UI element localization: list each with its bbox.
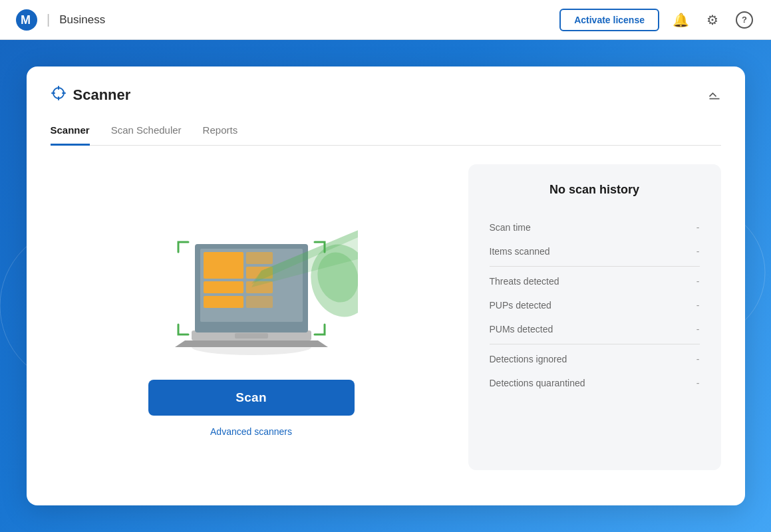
- svg-rect-27: [204, 252, 243, 279]
- stat-pums-detected: PUMs detected -: [490, 317, 700, 341]
- malwarebytes-logo-icon: M: [16, 9, 37, 31]
- laptop-scanning-svg: [145, 178, 358, 364]
- tab-reports[interactable]: Reports: [203, 119, 238, 146]
- page-title: Scanner: [73, 86, 131, 104]
- tab-scan-scheduler[interactable]: Scan Scheduler: [111, 119, 182, 146]
- stat-label-scan-time: Scan time: [490, 222, 531, 233]
- activate-license-button[interactable]: Activate license: [559, 9, 659, 31]
- notifications-button[interactable]: 🔔: [670, 9, 691, 31]
- tab-bar: Scanner Scan Scheduler Reports: [51, 118, 721, 146]
- stat-divider-1: [490, 266, 700, 267]
- stat-threats-detected: Threats detected -: [490, 269, 700, 293]
- collapse-button[interactable]: [708, 87, 721, 104]
- stat-value-detections-quarantined: -: [696, 378, 700, 388]
- stat-label-pums-detected: PUMs detected: [490, 324, 553, 334]
- stat-label-pups-detected: PUPs detected: [490, 300, 551, 311]
- svg-text:M: M: [21, 13, 31, 27]
- stat-scan-time: Scan time -: [490, 215, 700, 239]
- svg-marker-22: [175, 340, 328, 347]
- settings-button[interactable]: ⚙: [702, 9, 723, 31]
- scan-history-panel: No scan history Scan time - Items scanne…: [468, 164, 721, 470]
- svg-rect-31: [246, 296, 273, 308]
- stat-label-items-scanned: Items scanned: [490, 246, 550, 257]
- svg-rect-24: [235, 333, 268, 338]
- svg-rect-32: [246, 252, 273, 264]
- scan-history-title: No scan history: [490, 183, 700, 197]
- main-content-area: Scanner Scanner Scan Scheduler Reports: [0, 40, 771, 532]
- stat-label-threats-detected: Threats detected: [490, 276, 559, 287]
- header-separator: |: [47, 12, 50, 27]
- stat-detections-ignored: Detections ignored -: [490, 347, 700, 371]
- tab-scanner[interactable]: Scanner: [51, 119, 90, 146]
- svg-rect-28: [204, 281, 243, 293]
- product-name: Business: [59, 13, 105, 27]
- header-logo-area: M | Business: [16, 9, 105, 31]
- crosshair-icon: [51, 85, 67, 105]
- svg-rect-29: [204, 296, 243, 308]
- gear-icon: ⚙: [706, 12, 718, 28]
- bell-icon: 🔔: [673, 12, 689, 28]
- help-button[interactable]: ?: [734, 9, 755, 31]
- stat-items-scanned: Items scanned -: [490, 239, 700, 263]
- stat-value-pums-detected: -: [696, 324, 700, 334]
- scanner-left-panel: Scan Advanced scanners: [51, 164, 452, 444]
- help-circle-icon: ?: [736, 11, 753, 29]
- scan-button[interactable]: Scan: [148, 380, 355, 416]
- scanner-card: Scanner Scanner Scan Scheduler Reports: [27, 66, 745, 505]
- stat-label-detections-quarantined: Detections quarantined: [490, 378, 585, 388]
- stat-detections-quarantined: Detections quarantined -: [490, 371, 700, 395]
- app-header: M | Business Activate license 🔔 ⚙ ?: [0, 0, 771, 40]
- tab-content-area: Scan Advanced scanners No scan history S…: [51, 164, 721, 470]
- stat-divider-2: [490, 344, 700, 344]
- collapse-icon: [708, 90, 721, 103]
- stat-value-detections-ignored: -: [696, 354, 700, 364]
- advanced-scanners-link[interactable]: Advanced scanners: [210, 426, 292, 437]
- stat-pups-detected: PUPs detected -: [490, 293, 700, 317]
- card-header: Scanner: [51, 85, 721, 105]
- stat-value-items-scanned: -: [696, 246, 700, 257]
- card-title-row: Scanner: [51, 85, 131, 105]
- stat-value-scan-time: -: [696, 222, 700, 233]
- stat-value-pups-detected: -: [696, 300, 700, 311]
- stat-value-threats-detected: -: [696, 276, 700, 287]
- scanner-illustration: [145, 178, 358, 364]
- stat-label-detections-ignored: Detections ignored: [490, 354, 567, 364]
- header-actions: Activate license 🔔 ⚙ ?: [559, 9, 755, 31]
